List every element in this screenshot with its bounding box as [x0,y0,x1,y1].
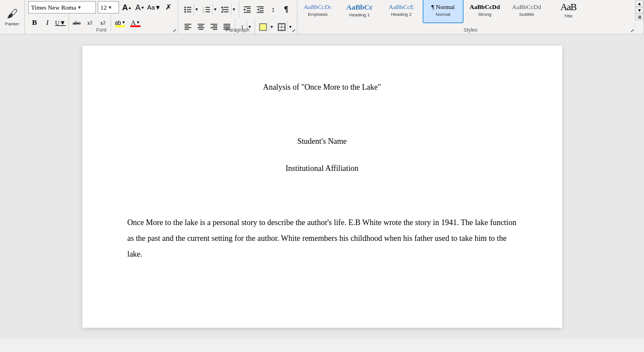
style-heading2-label: Heading 2 [391,12,411,17]
style-heading2-preview: AaBbCcE [389,3,414,11]
style-subtitle-label: Subtitle [519,12,535,17]
font-color-dropdown-icon[interactable]: ▼ [136,20,140,25]
style-normal-label: Normal [436,12,450,17]
document-affiliation: Institutional Affiliation [128,161,517,177]
font-section-label: Font [25,27,178,33]
style-subtitle[interactable]: AaBbCcDd Subtitle [506,0,547,23]
font-size-input[interactable]: 12 ▼ [98,1,119,14]
font-section-expand-icon[interactable]: ⤢ [173,28,177,33]
show-paragraph-button[interactable]: ¶ [280,3,292,16]
style-emphasis-label: Emphasis [308,12,327,17]
document-student-name: Student's Name [128,134,517,149]
multilevel-list-dropdown-icon[interactable]: ▼ [231,4,236,15]
svg-point-14 [222,9,224,11]
list-buttons-row: ▼ 1.2.3. ▼ ▼ [182,1,293,18]
svg-point-0 [185,7,186,8]
style-strong-preview: AaBbCcDd [470,3,500,11]
change-case-button[interactable]: Aa▼ [147,1,161,14]
style-normal-preview: ¶ Normal [431,3,454,11]
style-title-label: Title [564,14,573,19]
shrink-font-button[interactable]: A▼ [134,1,146,14]
paragraph-section-label: Paragraph [178,27,297,33]
font-name-dropdown-icon[interactable]: ▼ [77,5,82,10]
font-name-row: Times New Roma ▼ 12 ▼ A▲ A▼ Aa▼ ✗ [28,1,174,14]
style-heading1-preview: AaBbCc [347,3,373,12]
style-strong[interactable]: AaBbCcDd Strong [465,0,505,23]
paragraph-section: ▼ 1.2.3. ▼ ▼ [178,0,297,34]
document-title: Analysis of "Once More to the Lake" [128,80,517,95]
style-title[interactable]: AaB Title [548,0,589,23]
bullet-list-dropdown-icon[interactable]: ▼ [194,4,199,15]
style-strong-label: Strong [478,12,492,17]
highlight-dropdown-icon[interactable]: ▼ [122,20,126,25]
style-title-preview: AaB [560,2,576,13]
paragraph-section-expand-icon[interactable]: ⤢ [292,28,296,33]
svg-point-2 [185,9,186,11]
increase-indent-button[interactable] [254,3,266,16]
styles-scroll-up[interactable]: ▲ [636,0,643,7]
body-paragraph-1: Once More to the lake is a personal stor… [128,215,517,262]
bullet-list-button[interactable]: ▼ [182,3,200,16]
style-emphasis-preview: AaBbCcDc [304,3,331,11]
document-area: Analysis of "Once More to the Lake" Stud… [0,34,644,339]
font-section: Times New Roma ▼ 12 ▼ A▲ A▼ Aa▼ ✗ B I [25,0,178,34]
sort-button[interactable]: ↕ [267,3,279,16]
document-page[interactable]: Analysis of "Once More to the Lake" Stud… [82,46,562,328]
styles-section-label: Styles [297,27,643,33]
font-name-input[interactable]: Times New Roma ▼ [28,1,96,14]
styles-section-expand-icon[interactable]: ⤢ [630,28,634,33]
svg-marker-19 [244,8,246,11]
style-heading2[interactable]: AaBbCcE Heading 2 [381,0,422,23]
decrease-indent-button[interactable] [241,3,253,16]
para-divider1 [239,1,239,18]
painter-button[interactable]: 🖌 Painter [0,0,25,34]
clear-format-button[interactable]: ✗ [162,1,174,14]
svg-point-4 [185,11,186,13]
style-heading1[interactable]: AaBbCc Heading 1 [339,0,380,23]
painter-icon: 🖌 [7,7,18,20]
number-list-dropdown-icon[interactable]: ▼ [212,4,218,15]
painter-label: Painter [5,21,19,27]
styles-scroll-down[interactable]: ▼ [636,7,643,14]
style-subtitle-preview: AaBbCcDd [512,3,541,11]
ribbon-main-row: 🖌 Painter Times New Roma ▼ 12 ▼ A▲ A▼ [0,0,644,34]
svg-marker-24 [257,8,259,11]
svg-text:3.: 3. [203,11,204,14]
style-heading1-label: Heading 1 [349,12,370,17]
grow-font-button[interactable]: A▲ [121,1,133,14]
style-emphasis[interactable]: AaBbCcDc Emphasis [297,0,338,23]
font-size-dropdown-icon[interactable]: ▼ [108,5,112,10]
styles-scroll-controls: ▲ ▼ ⊞ [635,0,643,27]
multilevel-list-button[interactable]: ▼ [219,3,237,16]
style-normal[interactable]: ¶ Normal Normal [423,0,463,23]
svg-point-12 [221,7,223,8]
svg-point-16 [221,11,223,13]
ribbon: 🖌 Painter Times New Roma ▼ 12 ▼ A▲ A▼ [0,0,644,34]
number-list-button[interactable]: 1.2.3. ▼ [200,3,218,16]
styles-expand-button[interactable]: ⊞ [636,14,643,20]
document-body: Once More to the lake is a personal stor… [128,215,517,262]
styles-section: AaBbCcDc Emphasis AaBbCc Heading 1 AaBbC… [297,0,635,27]
